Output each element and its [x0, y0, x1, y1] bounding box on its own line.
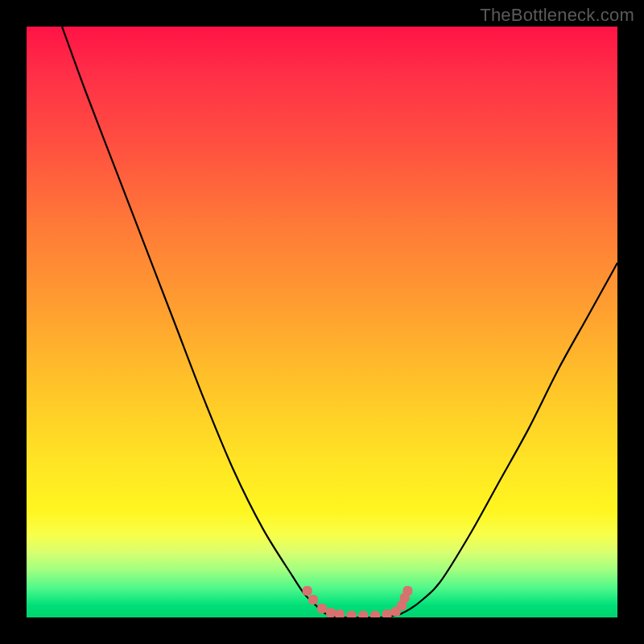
right-branch-curve: [381, 263, 617, 617]
marker-dot: [303, 586, 312, 596]
marker-dot: [358, 611, 368, 617]
marker-dot: [317, 604, 327, 613]
curve-layer: [27, 27, 617, 617]
marker-dot: [382, 609, 392, 617]
attribution-text: TheBottleneck.com: [480, 5, 634, 26]
marker-dot: [402, 586, 412, 596]
left-branch-curve: [62, 27, 381, 617]
chart-frame: TheBottleneck.com: [0, 0, 644, 644]
marker-dot: [335, 609, 345, 617]
bottom-marker-cluster: [303, 586, 413, 617]
marker-dot: [370, 611, 380, 617]
marker-dot: [347, 611, 357, 617]
marker-dot: [326, 608, 336, 617]
marker-dot: [308, 595, 318, 605]
plot-area: [27, 27, 617, 617]
